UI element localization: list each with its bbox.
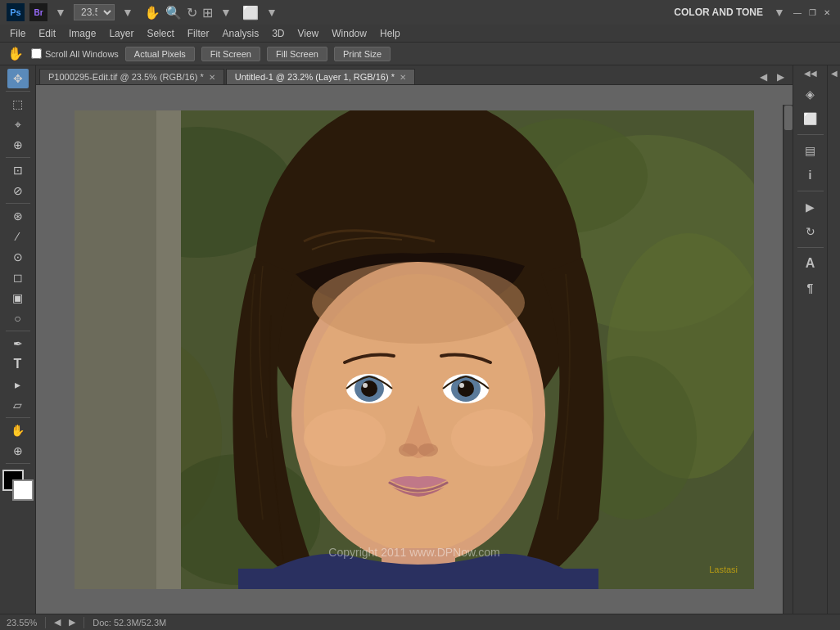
- tool-divider-4: [6, 331, 30, 331]
- title-arrow-icon[interactable]: ▼: [52, 4, 69, 20]
- eraser-tool[interactable]: ◻: [7, 268, 29, 287]
- svg-point-14: [451, 409, 533, 466]
- tab-close-1[interactable]: ✕: [209, 73, 215, 82]
- svg-point-19: [363, 383, 368, 388]
- scrollbar-thumb[interactable]: [784, 106, 793, 130]
- svg-text:Copyright 2011 www.DPNow.com: Copyright 2011 www.DPNow.com: [328, 546, 499, 559]
- menu-image[interactable]: Image: [62, 26, 102, 41]
- brush-preset-panel-btn[interactable]: ◈: [799, 83, 822, 106]
- transform-panel-btn[interactable]: ↻: [799, 220, 822, 243]
- tool-divider-5: [6, 417, 30, 418]
- hand-tool-title-icon[interactable]: ✋: [144, 5, 160, 20]
- histogram-panel-btn[interactable]: ▤: [799, 139, 822, 162]
- zoom-level: 23.55%: [7, 618, 37, 628]
- fit-screen-button[interactable]: Fit Screen: [201, 47, 260, 61]
- minimize-button[interactable]: —: [791, 7, 804, 18]
- right-panel: ◀◀ ◈ ⬜ ▤ i ▶ ↻ A ¶: [793, 65, 827, 614]
- tool-divider-3: [6, 203, 30, 204]
- fill-screen-button[interactable]: Fill Screen: [267, 47, 327, 61]
- zoom-tool-title-icon[interactable]: 🔍: [165, 5, 182, 20]
- titlebar: Ps Br ▼ 23.5 ▼ ✋ 🔍 ↻ ⊞ ▼ ⬜ ▼ COLOR AND T…: [0, 0, 840, 25]
- canvas-panel-btn[interactable]: ⬜: [799, 107, 822, 130]
- svg-point-23: [459, 383, 464, 388]
- tab-label: P1000295-Edit.tif @ 23.5% (RGB/16) *: [48, 72, 204, 82]
- zoom-arrow-icon[interactable]: ▼: [120, 4, 136, 20]
- nav-next-icon[interactable]: ▶: [69, 617, 75, 628]
- screen-mode-icon[interactable]: ⬜: [242, 5, 259, 20]
- char-panel-btn[interactable]: A: [799, 252, 822, 275]
- color-tone-arrow-icon[interactable]: ▼: [771, 4, 788, 20]
- path-select-tool[interactable]: ▸: [7, 375, 29, 394]
- tab-scroll-right[interactable]: ▶: [772, 70, 789, 84]
- lasso-tool[interactable]: ⌖: [7, 115, 29, 134]
- menu-edit[interactable]: Edit: [32, 26, 62, 41]
- brush-tool[interactable]: ∕: [7, 227, 29, 246]
- zoom-select[interactable]: 23.5: [74, 4, 115, 20]
- vertical-scrollbar[interactable]: [783, 105, 793, 614]
- tab-label: Untitled-1 @ 23.2% (Layer 1, RGB/16) *: [235, 72, 395, 82]
- color-swatches[interactable]: [2, 470, 34, 501]
- menu-help[interactable]: Help: [373, 26, 407, 41]
- menu-window[interactable]: Window: [325, 26, 373, 41]
- tool-divider-6: [6, 463, 30, 464]
- rotate-tool-title-icon[interactable]: ↻: [187, 5, 197, 20]
- para-panel-btn[interactable]: ¶: [799, 277, 822, 299]
- grid-arrow-icon[interactable]: ▼: [218, 4, 234, 20]
- eyedropper-tool[interactable]: ⊘: [7, 181, 29, 200]
- menu-layer[interactable]: Layer: [102, 26, 140, 41]
- status-divider: [45, 617, 46, 628]
- move-tool[interactable]: ✥: [7, 69, 29, 88]
- svg-point-22: [458, 380, 474, 397]
- panel-expand-icon[interactable]: ◀◀: [804, 69, 817, 78]
- svg-point-15: [312, 262, 525, 344]
- quick-select-tool[interactable]: ⊕: [7, 135, 29, 155]
- tool-divider-2: [6, 157, 30, 158]
- toolbar-left: ✥ ⬚ ⌖ ⊕ ⊡ ⊘ ⊛ ∕ ⊙ ◻ ▣ ○ ✒ T ▸ ▱ ✋ ⊕: [0, 65, 36, 614]
- restore-button[interactable]: ❐: [806, 7, 819, 18]
- menu-view[interactable]: View: [291, 26, 325, 41]
- actual-pixels-button[interactable]: Actual Pixels: [125, 47, 195, 61]
- scroll-all-checkbox[interactable]: [31, 48, 42, 59]
- svg-text:Lastasi: Lastasi: [709, 565, 738, 574]
- grid-tool-title-icon[interactable]: ⊞: [202, 5, 213, 20]
- far-right-expand-icon[interactable]: ◀: [831, 69, 838, 78]
- options-bar: ✋ Scroll All Windows Actual Pixels Fit S…: [0, 43, 840, 65]
- titlebar-right: COLOR AND TONE ▼ — ❐ ✕: [674, 4, 833, 20]
- crop-tool[interactable]: ⊡: [7, 160, 29, 180]
- clone-tool[interactable]: ⊙: [7, 247, 29, 267]
- panel-divider-3: [797, 247, 824, 248]
- spot-heal-tool[interactable]: ⊛: [7, 206, 29, 226]
- tab-p1000295[interactable]: P1000295-Edit.tif @ 23.5% (RGB/16) * ✕: [39, 69, 224, 84]
- pen-tool[interactable]: ✒: [7, 334, 29, 353]
- panel-divider-1: [797, 134, 824, 135]
- svg-point-13: [304, 409, 386, 466]
- info-panel-btn[interactable]: i: [799, 164, 822, 187]
- close-button[interactable]: ✕: [820, 7, 833, 18]
- menu-3d[interactable]: 3D: [265, 26, 291, 41]
- br-logo-icon: Br: [29, 3, 47, 21]
- color-tone-label: COLOR AND TONE: [674, 7, 763, 18]
- nav-prev-icon[interactable]: ◀: [54, 617, 61, 628]
- menu-analysis[interactable]: Analysis: [215, 26, 265, 41]
- menu-select[interactable]: Select: [140, 26, 180, 41]
- menu-filter[interactable]: Filter: [181, 26, 216, 41]
- tab-scroll-left[interactable]: ◀: [755, 70, 772, 84]
- menu-file[interactable]: File: [3, 26, 32, 41]
- text-tool[interactable]: T: [7, 354, 29, 374]
- print-size-button[interactable]: Print Size: [334, 47, 391, 61]
- tab-close-2[interactable]: ✕: [400, 73, 406, 82]
- gradient-tool[interactable]: ▣: [7, 288, 29, 308]
- canvas-content[interactable]: Copyright 2011 www.DPNow.com Lastasi: [36, 85, 793, 614]
- titlebar-left: Ps Br ▼ 23.5 ▼ ✋ 🔍 ↻ ⊞ ▼ ⬜ ▼: [7, 3, 280, 21]
- hand-tool[interactable]: ✋: [7, 421, 29, 440]
- actions-panel-btn[interactable]: ▶: [799, 196, 822, 218]
- scroll-all-checkbox-label[interactable]: Scroll All Windows: [31, 48, 119, 59]
- tab-untitled1[interactable]: Untitled-1 @ 23.2% (Layer 1, RGB/16) * ✕: [226, 69, 415, 84]
- marquee-rect-tool[interactable]: ⬚: [7, 94, 29, 114]
- background-color[interactable]: [12, 479, 34, 501]
- shape-tool[interactable]: ▱: [7, 395, 29, 415]
- dodge-tool[interactable]: ○: [7, 308, 29, 328]
- screen-mode-arrow-icon[interactable]: ▼: [264, 4, 280, 20]
- zoom-tool[interactable]: ⊕: [7, 441, 29, 461]
- svg-point-25: [418, 443, 438, 457]
